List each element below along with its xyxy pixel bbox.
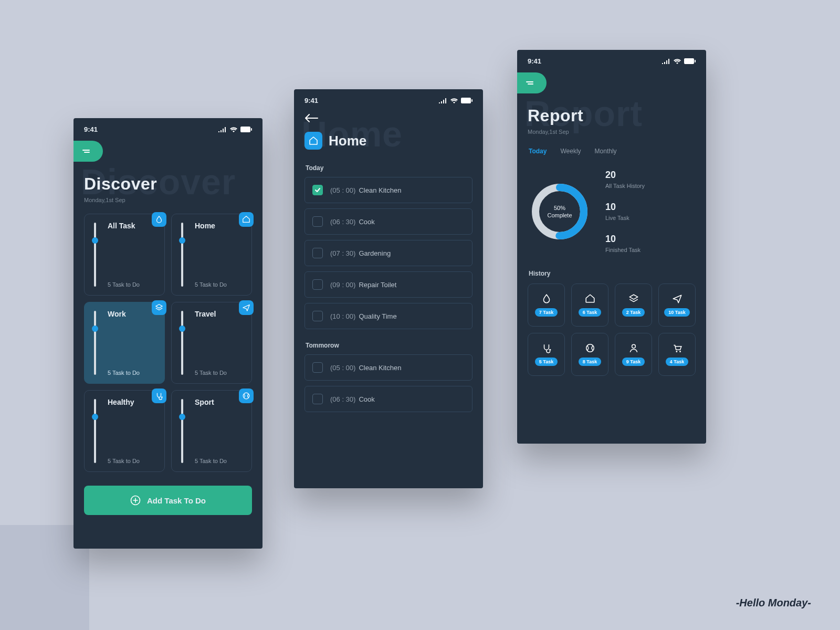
status-icons <box>439 98 472 103</box>
menu-button[interactable] <box>517 72 547 93</box>
category-count: 5 Task to Do <box>108 281 140 288</box>
task-item[interactable]: (06 : 30) Cook <box>304 386 472 412</box>
progress-slider[interactable] <box>94 223 96 287</box>
report-stats: 20All Task History10Live Task10Finished … <box>605 170 645 253</box>
task-checkbox[interactable] <box>312 394 323 404</box>
svg-rect-6 <box>471 99 472 102</box>
category-name: Work <box>108 310 158 318</box>
signal-icon <box>218 127 227 132</box>
task-checkbox[interactable] <box>312 185 323 195</box>
task-checkbox[interactable] <box>312 311 323 321</box>
ball-icon <box>242 392 250 400</box>
history-card[interactable]: 5 Task <box>528 333 565 376</box>
svg-rect-0 <box>240 127 250 132</box>
history-card[interactable]: 8 Task <box>571 333 608 376</box>
task-title: Gardening <box>359 249 391 257</box>
person-icon <box>628 343 639 353</box>
task-time: (07 : 30) <box>330 249 355 257</box>
history-pill: 4 Task <box>666 358 688 366</box>
svg-point-13 <box>632 344 635 348</box>
history-label: History <box>517 258 706 284</box>
task-title: Clean Kitchen <box>359 364 401 372</box>
task-text: (06 : 30) Cook <box>330 395 375 403</box>
history-card[interactable]: 2 Task <box>615 284 652 327</box>
task-checkbox[interactable] <box>312 279 323 290</box>
home-icon <box>585 293 595 304</box>
tab-weekly[interactable]: Weekly <box>560 148 581 155</box>
category-card[interactable]: Healthy 5 Task to Do <box>84 390 165 472</box>
category-name: Travel <box>195 310 245 318</box>
discover-title: Discover <box>84 174 252 194</box>
progress-slider[interactable] <box>181 311 183 375</box>
report-tabs: TodayWeeklyMonthly <box>517 140 706 164</box>
signal-icon <box>439 98 447 103</box>
history-card[interactable]: 10 Task <box>658 284 696 327</box>
svg-rect-7 <box>684 58 694 64</box>
history-card[interactable]: 4 Task <box>658 333 696 376</box>
task-item[interactable]: (05 : 00) Clean Kitchen <box>304 177 472 203</box>
report-title: Report <box>528 106 696 125</box>
status-time: 9:41 <box>84 125 98 133</box>
category-count: 5 Task to Do <box>195 370 227 376</box>
battery-icon <box>240 127 252 132</box>
category-card[interactable]: Sport 5 Task to Do <box>171 390 252 472</box>
progress-slider[interactable] <box>181 223 183 287</box>
task-item[interactable]: (06 : 30) Cook <box>304 208 472 235</box>
category-grid: All Task 5 Task to Do Home 5 Task to Do … <box>74 208 262 481</box>
category-count: 5 Task to Do <box>195 458 227 464</box>
drop-icon <box>155 215 163 224</box>
status-bar: 9:41 <box>74 118 262 138</box>
task-checkbox[interactable] <box>312 216 323 227</box>
menu-button[interactable] <box>74 141 103 162</box>
wifi-icon <box>450 98 458 103</box>
history-pill: 6 Task <box>579 308 601 317</box>
task-text: (09 : 00) Repair Toilet <box>330 281 396 289</box>
category-badge <box>152 212 166 227</box>
category-card[interactable]: All Task 5 Task to Do <box>84 214 165 296</box>
plus-circle-icon <box>130 495 141 506</box>
status-time: 9:41 <box>528 57 541 65</box>
svg-point-3 <box>243 393 249 399</box>
stat-number: 20 <box>605 170 645 181</box>
category-card[interactable]: Work 5 Task to Do <box>84 302 165 384</box>
progress-slider[interactable] <box>94 399 96 463</box>
progress-slider[interactable] <box>181 399 183 463</box>
history-pill: 8 Task <box>579 358 601 366</box>
check-icon <box>314 187 321 193</box>
category-badge <box>152 300 166 315</box>
history-pill: 7 Task <box>535 308 558 317</box>
category-badge <box>152 388 166 403</box>
tab-monthly[interactable]: Monthly <box>595 148 617 155</box>
category-card[interactable]: Travel 5 Task to Do <box>171 302 252 384</box>
history-pill: 2 Task <box>622 308 645 317</box>
task-text: (06 : 30) Cook <box>330 218 375 226</box>
stat-number: 10 <box>605 202 645 213</box>
plane-icon <box>242 303 250 312</box>
tab-today[interactable]: Today <box>529 148 547 155</box>
home-category-icon <box>304 132 322 150</box>
task-checkbox[interactable] <box>312 248 323 258</box>
status-icons <box>218 127 252 132</box>
task-item[interactable]: (07 : 30) Gardening <box>304 240 472 266</box>
category-badge <box>239 388 254 403</box>
task-item[interactable]: (05 : 00) Clean Kitchen <box>304 354 472 381</box>
history-card[interactable]: 6 Task <box>571 284 608 327</box>
task-text: (07 : 30) Gardening <box>330 249 391 257</box>
tomorrow-label: Tommorow <box>294 337 483 354</box>
add-task-button[interactable]: Add Task To Do <box>84 486 252 515</box>
history-card[interactable]: 7 Task <box>528 284 565 327</box>
task-item[interactable]: (09 : 00) Repair Toilet <box>304 271 472 298</box>
status-time: 9:41 <box>304 97 318 104</box>
plane-icon <box>672 293 682 304</box>
tomorrow-task-list: (05 : 00) Clean Kitchen (06 : 30) Cook <box>294 354 483 412</box>
task-time: (05 : 00) <box>330 186 355 194</box>
task-text: (10 : 00) Quality Time <box>330 312 397 320</box>
history-pill: 9 Task <box>622 358 645 366</box>
history-pill: 5 Task <box>535 358 558 366</box>
task-item[interactable]: (10 : 00) Quality Time <box>304 303 472 329</box>
history-card[interactable]: 9 Task <box>615 333 652 376</box>
category-card[interactable]: Home 5 Task to Do <box>171 214 252 296</box>
battery-icon <box>684 58 696 64</box>
task-checkbox[interactable] <box>312 362 323 373</box>
progress-slider[interactable] <box>94 311 96 375</box>
